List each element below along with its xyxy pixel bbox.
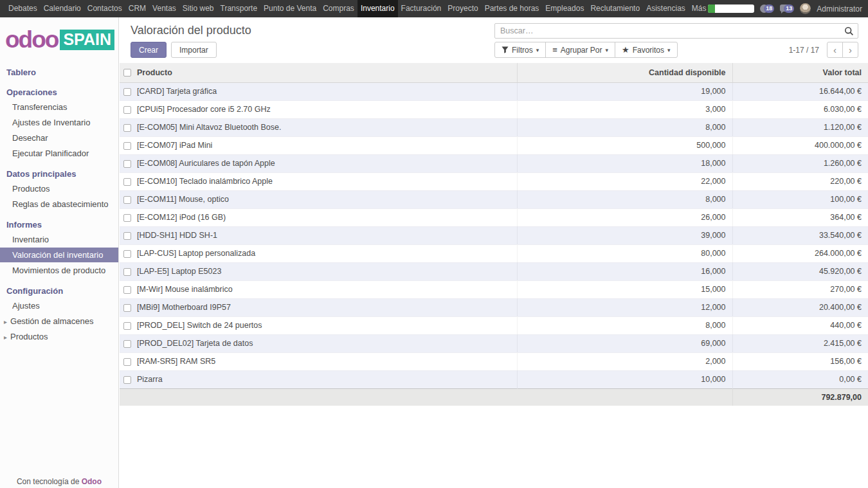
top-menu-debates[interactable]: Debates xyxy=(5,0,41,17)
sidebar-item-valoración-del-inventario[interactable]: Valoración del inventario xyxy=(0,248,118,262)
sidebar-item-transferencias[interactable]: Transferencias xyxy=(0,100,118,114)
expand-caret-icon[interactable]: ▸ xyxy=(4,318,7,325)
top-menu-proyecto[interactable]: Proyecto xyxy=(444,0,481,17)
import-button[interactable]: Importar xyxy=(171,42,217,58)
top-menu-facturación[interactable]: Facturación xyxy=(398,0,445,17)
row-checkbox[interactable] xyxy=(123,304,131,312)
table-row[interactable]: [CPUi5] Procesador core i5 2.70 GHz3,000… xyxy=(120,100,868,118)
table-row[interactable]: [E-COM07] iPad Mini500,000400.000,00 € xyxy=(120,136,868,154)
row-checkbox[interactable] xyxy=(123,322,131,330)
table-row[interactable]: [M-Wir] Mouse inalámbrico15,000270,00 € xyxy=(120,280,868,298)
sidebar-item-gestión-de-almacenes[interactable]: ▸Gestión de almacenes xyxy=(0,314,118,329)
select-all-checkbox[interactable] xyxy=(123,69,131,77)
table-row[interactable]: [MBi9] Motherboard I9P5712,00020.400,00 … xyxy=(120,298,868,316)
row-checkbox[interactable] xyxy=(123,250,131,258)
pager-previous-button[interactable]: ‹ xyxy=(827,42,843,58)
list-icon: ≡ xyxy=(552,45,557,55)
row-checkbox[interactable] xyxy=(123,124,131,132)
top-menu-compras[interactable]: Compras xyxy=(320,0,357,17)
row-checkbox[interactable] xyxy=(123,214,131,222)
top-menu-more[interactable]: Más ▾ xyxy=(689,0,708,17)
pager-next-button[interactable]: › xyxy=(842,42,858,58)
row-checkbox[interactable] xyxy=(123,286,131,294)
column-header-qty[interactable]: Cantidad disponible xyxy=(517,63,732,82)
valuation-table: Producto Cantidad disponible Valor total… xyxy=(120,63,868,406)
table-row[interactable]: [E-COM10] Teclado inalámbrico Apple22,00… xyxy=(120,172,868,190)
top-menu-punto-de-venta[interactable]: Punto de Venta xyxy=(260,0,320,17)
top-menu-inventario[interactable]: Inventario xyxy=(357,0,398,17)
sidebar-item-productos[interactable]: Productos xyxy=(0,181,118,196)
topbar-right: 18 13 Administrator xyxy=(708,0,868,17)
qty-cell: 80,000 xyxy=(517,244,732,262)
user-menu[interactable]: Administrator xyxy=(817,5,862,14)
sidebar-item-inventario[interactable]: Inventario xyxy=(0,232,118,247)
qty-cell: 26,000 xyxy=(517,208,732,226)
create-button[interactable]: Crear xyxy=(131,42,167,58)
row-checkbox-cell xyxy=(120,136,133,154)
top-menu-crm[interactable]: CRM xyxy=(125,0,149,17)
row-checkbox[interactable] xyxy=(123,106,131,114)
table-row[interactable]: [HDD-SH1] HDD SH-139,00033.540,00 € xyxy=(120,226,868,244)
row-checkbox[interactable] xyxy=(123,178,131,186)
product-cell: [HDD-SH1] HDD SH-1 xyxy=(133,226,517,244)
column-header-product[interactable]: Producto xyxy=(133,63,517,82)
sidebar-item-ajustes[interactable]: Ajustes xyxy=(0,298,118,313)
table-row[interactable]: [CARD] Tarjeta gráfica19,00016.644,00 € xyxy=(120,82,868,100)
top-menu-reclutamiento[interactable]: Reclutamiento xyxy=(587,0,643,17)
row-checkbox[interactable] xyxy=(123,268,131,276)
sidebar-item-desechar[interactable]: Desechar xyxy=(0,131,118,145)
table-row[interactable]: [RAM-SR5] RAM SR52,000156,00 € xyxy=(120,352,868,370)
chevron-down-icon: ▾ xyxy=(606,47,609,53)
top-menu-sitio-web[interactable]: Sitio web xyxy=(179,0,217,17)
table-row[interactable]: [PROD_DEL] Switch de 24 puertos8,000440,… xyxy=(120,316,868,334)
sidebar-item-tablero[interactable]: Tablero xyxy=(0,66,118,79)
group-by-button[interactable]: ≡ Agrupar Por ▾ xyxy=(545,42,615,58)
table-row[interactable]: Pizarra10,0000,00 € xyxy=(120,370,868,388)
top-menu-transporte[interactable]: Transporte xyxy=(217,0,261,17)
search-icon[interactable] xyxy=(844,26,854,36)
favorites-button[interactable]: ★ Favoritos ▾ xyxy=(615,42,678,58)
row-checkbox[interactable] xyxy=(123,340,131,348)
row-checkbox[interactable] xyxy=(123,142,131,150)
top-bar: DebatesCalendarioContactosCRMVentasSitio… xyxy=(0,0,868,17)
table-row[interactable]: [LAP-E5] Laptop E502316,00045.920,00 € xyxy=(120,262,868,280)
row-checkbox[interactable] xyxy=(123,88,131,96)
timer-progress-bar[interactable] xyxy=(708,5,754,13)
sidebar-item-ejecutar-planificador[interactable]: Ejecutar Planificador xyxy=(0,146,118,161)
top-menu-empleados[interactable]: Empleados xyxy=(542,0,587,17)
filters-button[interactable]: Filtros ▾ xyxy=(494,42,546,58)
logo-spain-text: SPAIN xyxy=(60,30,114,50)
row-checkbox[interactable] xyxy=(123,358,131,366)
company-logo[interactable]: odoo SPAIN xyxy=(5,28,118,51)
sidebar-item-ajustes-de-inventario[interactable]: Ajustes de Inventario xyxy=(0,115,118,130)
activities-menu-button[interactable]: 18 xyxy=(760,4,774,14)
table-row[interactable]: [E-COM08] Auriculares de tapón Apple18,0… xyxy=(120,154,868,172)
top-menu-asistencias[interactable]: Asistencias xyxy=(643,0,689,17)
row-checkbox[interactable] xyxy=(123,160,131,168)
table-row[interactable]: [LAP-CUS] Laptop personalizada80,000264.… xyxy=(120,244,868,262)
sidebar-item-movimientos-de-producto[interactable]: Movimientos de producto xyxy=(0,263,118,278)
value-cell: 1.260,00 € xyxy=(732,154,868,172)
qty-cell: 18,000 xyxy=(517,154,732,172)
odoo-brand-link[interactable]: Odoo xyxy=(82,477,102,486)
user-avatar[interactable] xyxy=(800,3,811,14)
messages-menu-button[interactable]: 13 xyxy=(780,4,794,14)
top-menu-contactos[interactable]: Contactos xyxy=(84,0,125,17)
column-header-value[interactable]: Valor total xyxy=(732,63,868,82)
top-menu-calendario[interactable]: Calendario xyxy=(41,0,84,17)
sidebar-item-reglas-de-abastecimiento[interactable]: Reglas de abastecimiento xyxy=(0,197,118,212)
row-checkbox[interactable] xyxy=(123,196,131,204)
top-menu-ventas[interactable]: Ventas xyxy=(149,0,179,17)
sidebar-item-productos[interactable]: ▸Productos xyxy=(0,329,118,344)
row-checkbox[interactable] xyxy=(123,232,131,240)
table-row[interactable]: [E-COM11] Mouse, optico8,000100,00 € xyxy=(120,190,868,208)
search-input[interactable] xyxy=(495,24,858,38)
funnel-icon xyxy=(502,46,509,53)
top-menu-partes-de-horas[interactable]: Partes de horas xyxy=(482,0,543,17)
more-label: Más xyxy=(692,4,707,13)
row-checkbox[interactable] xyxy=(123,376,131,384)
table-row[interactable]: [E-COM12] iPod (16 GB)26,000364,00 € xyxy=(120,208,868,226)
expand-caret-icon[interactable]: ▸ xyxy=(4,334,7,341)
table-row[interactable]: [PROD_DEL02] Tarjeta de datos69,0002.415… xyxy=(120,334,868,352)
table-row[interactable]: [E-COM05] Mini Altavoz Bluetooth Bose.8,… xyxy=(120,118,868,136)
